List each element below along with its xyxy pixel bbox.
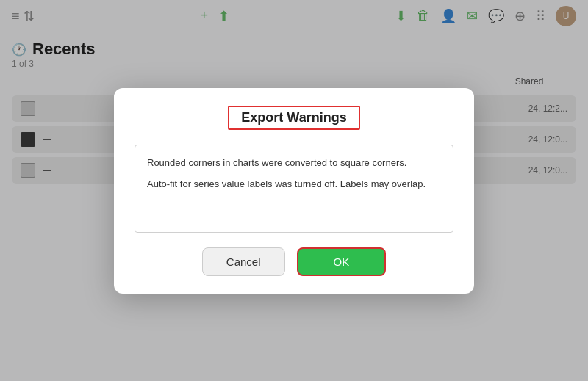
warning-text-1: Rounded corners in charts were converted… (147, 156, 441, 170)
cancel-button[interactable]: Cancel (202, 247, 285, 276)
dialog-title-area: Export Warnings (135, 106, 453, 133)
warning-text-2: Auto-fit for series value labels was tur… (147, 177, 441, 192)
dialog-title: Export Warnings (228, 106, 359, 130)
ok-button[interactable]: OK (297, 247, 387, 276)
export-warnings-dialog: Export Warnings Rounded corners in chart… (114, 88, 474, 294)
modal-overlay: Export Warnings Rounded corners in chart… (0, 0, 588, 381)
dialog-body: Rounded corners in charts were converted… (135, 145, 453, 233)
dialog-footer: Cancel OK (135, 247, 453, 276)
